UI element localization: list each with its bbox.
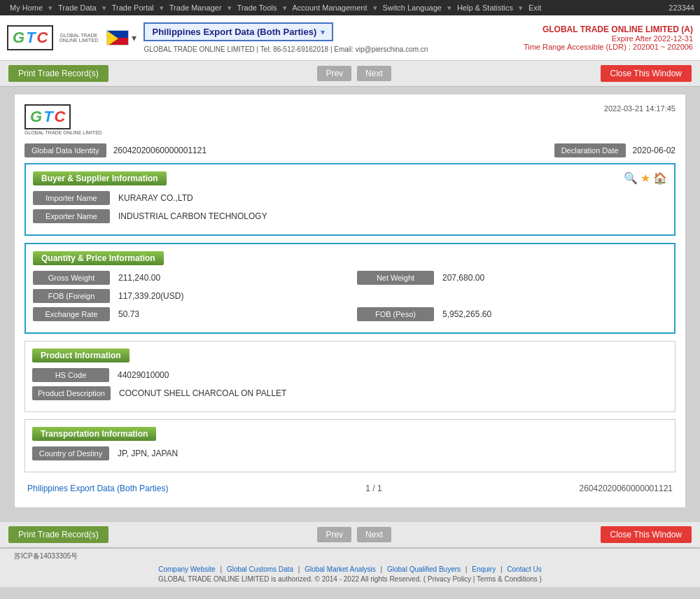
logo-box: G T C [7, 25, 53, 50]
expire-info: Expire After 2022-12-31 [524, 34, 693, 43]
fob-foreign-label: FOB (Foreign [33, 289, 110, 303]
nav-trade-manager[interactable]: Trade Manager [165, 2, 226, 13]
importer-value: KURARAY CO.,LTD [115, 192, 196, 204]
net-weight-label: Net Weight [357, 271, 434, 285]
product-desc-value: COCONUT SHELL CHARCOAL ON PALLET [116, 387, 289, 400]
nav-trade-data[interactable]: Trade Data [54, 2, 101, 13]
fob-foreign-row: FOB (Foreign 117,339.20(USD) [33, 289, 667, 303]
fob-peso-value: 5,952,265.60 [440, 308, 494, 320]
exporter-value: INDUSTRIAL CARBON TECHNOLOGY [115, 210, 270, 223]
close-button-top[interactable]: Close This Window [601, 65, 692, 82]
prev-button-top[interactable]: Prev [317, 66, 351, 81]
hs-code-value: 44029010000 [115, 369, 172, 381]
nav-my-home[interactable]: My Home [6, 2, 47, 13]
top-navigation: My Home ▾ Trade Data ▾ Trade Portal ▾ Tr… [0, 0, 700, 15]
quantity-price-title: Quantity & Price Information [33, 251, 164, 265]
home-icon[interactable]: 🏠 [653, 171, 667, 185]
fob-peso-label: FOB (Peso) [357, 307, 434, 321]
hs-code-label: HS Code [32, 368, 109, 382]
data-selection-dropdown[interactable]: Philippines Export Data (Both Parties) ▾ [144, 22, 333, 41]
buyer-supplier-title: Buyer & Supplier Information [33, 171, 167, 185]
star-icon[interactable]: ★ [640, 171, 650, 185]
main-content: G T C GLOBAL TRADE ONLINE LIMITED 2022-0… [0, 87, 700, 522]
prev-button-bottom[interactable]: Prev [317, 527, 351, 542]
transportation-section: Transportation Information Country of De… [24, 419, 676, 472]
footer-link-buyers[interactable]: Global Qualified Buyers [387, 565, 461, 573]
doc-footer-left: Philippines Export Data (Both Parties) [27, 484, 168, 493]
weight-row: Gross Weight 211,240.00 Net Weight 207,6… [33, 271, 667, 289]
logo-g: G [13, 29, 24, 47]
footer-links-area: Company Website | Global Customs Data | … [0, 563, 700, 587]
quantity-price-section: Quantity & Price Information Gross Weigh… [24, 243, 676, 334]
time-range-info: Time Range Accessible (LDR) : 202001 ~ 2… [524, 43, 693, 51]
doc-footer-right: 26042020060000001121 [580, 484, 673, 493]
user-id: 223344 [668, 3, 694, 12]
net-weight-value: 207,680.00 [440, 272, 487, 284]
page-footer: 苏ICP备14033305号 [0, 548, 700, 563]
next-button-bottom[interactable]: Next [357, 527, 391, 542]
exporter-label: Exporter Name [33, 209, 110, 223]
exchange-rate-label: Exchange Rate [33, 307, 110, 321]
product-desc-row: Product Description COCONUT SHELL CHARCO… [32, 386, 668, 400]
nav-exit[interactable]: Exit [524, 2, 545, 13]
doc-logo-g: G [30, 108, 42, 126]
nav-switch-language[interactable]: Switch Language [379, 2, 446, 13]
doc-timestamp: 2022-03-21 14:17:45 [604, 104, 676, 113]
header-center: Philippines Export Data (Both Parties) ▾… [144, 22, 516, 53]
exchange-rate-value: 50.73 [115, 308, 142, 320]
nav-account-management[interactable]: Account Management [288, 2, 372, 13]
footer-link-contact[interactable]: Contact Us [507, 565, 541, 573]
copyright-text: GLOBAL TRADE ONLINE LIMITED is authorize… [7, 575, 693, 583]
footer-links: Company Website | Global Customs Data | … [7, 565, 693, 573]
hs-code-row: HS Code 44029010000 [32, 368, 668, 382]
exchange-rate-row: Exchange Rate 50.73 [33, 307, 343, 321]
footer-link-customs[interactable]: Global Customs Data [227, 565, 293, 573]
country-destiny-label: Country of Destiny [32, 446, 109, 460]
nav-trade-portal[interactable]: Trade Portal [108, 2, 158, 13]
logo-area: G T C GLOBAL TRADE ONLINE LIMITED [7, 25, 99, 50]
transportation-title: Transportation Information [32, 427, 156, 441]
country-destiny-row: Country of Destiny JP, JPN, JAPAN [32, 446, 668, 460]
global-data-row: Global Data Identity 2604202006000000112… [24, 143, 676, 157]
logo-t: T [26, 29, 35, 47]
importer-label: Importer Name [33, 191, 110, 205]
company-name: GLOBAL TRADE ONLINE LIMITED (A) [524, 24, 693, 34]
next-button-top[interactable]: Next [357, 66, 391, 81]
fob-peso-row: FOB (Peso) 5,952,265.60 [357, 307, 667, 321]
doc-logo-c: C [55, 108, 66, 126]
importer-row: Importer Name KURARAY CO.,LTD [33, 191, 667, 205]
product-title: Product Information [32, 348, 130, 362]
close-button-bottom[interactable]: Close This Window [601, 526, 692, 543]
doc-footer-center: 1 / 1 [365, 484, 382, 493]
selected-data-label: Philippines Export Data (Both Parties) [152, 27, 316, 37]
flag-dropdown-icon[interactable]: ▾ [132, 32, 136, 43]
beian-text: 苏ICP备14033305号 [14, 551, 686, 561]
net-weight-row: Net Weight 207,680.00 [357, 271, 667, 285]
dropdown-arrow-icon[interactable]: ▾ [321, 27, 325, 37]
print-button-top[interactable]: Print Trade Record(s) [8, 65, 108, 82]
exchange-fob-row: Exchange Rate 50.73 FOB (Peso) 5,952,265… [33, 307, 667, 325]
print-button-bottom[interactable]: Print Trade Record(s) [8, 526, 108, 543]
logo-c: C [37, 29, 48, 47]
section-icons: 🔍 ★ 🏠 [624, 171, 667, 185]
doc-logo-box: G T C [24, 104, 71, 129]
declaration-date-label: Declaration Date [554, 143, 626, 157]
gross-weight-row: Gross Weight 211,240.00 [33, 271, 343, 285]
exporter-row: Exporter Name INDUSTRIAL CARBON TECHNOLO… [33, 209, 667, 223]
header-right: GLOBAL TRADE ONLINE LIMITED (A) Expire A… [524, 24, 693, 51]
footer-link-enquiry[interactable]: Enquiry [472, 565, 496, 573]
bottom-toolbar: Print Trade Record(s) Prev Next Close Th… [0, 522, 700, 548]
search-icon[interactable]: 🔍 [624, 171, 638, 185]
product-desc-label: Product Description [32, 386, 111, 400]
product-section: Product Information HS Code 44029010000 … [24, 341, 676, 412]
footer-link-market[interactable]: Global Market Analysis [304, 565, 376, 573]
document-card: G T C GLOBAL TRADE ONLINE LIMITED 2022-0… [14, 94, 686, 508]
fob-foreign-value: 117,339.20(USD) [115, 290, 186, 302]
nav-help-statistics[interactable]: Help & Statistics [453, 2, 517, 13]
declaration-date-value: 2020-06-02 [633, 146, 676, 155]
footer-link-company[interactable]: Company Website [158, 565, 216, 573]
nav-trade-tools[interactable]: Trade Tools [233, 2, 281, 13]
gross-weight-value: 211,240.00 [115, 272, 163, 284]
doc-footer: Philippines Export Data (Both Parties) 1… [24, 479, 676, 498]
buyer-supplier-section: Buyer & Supplier Information 🔍 ★ 🏠 Impor… [24, 163, 676, 236]
